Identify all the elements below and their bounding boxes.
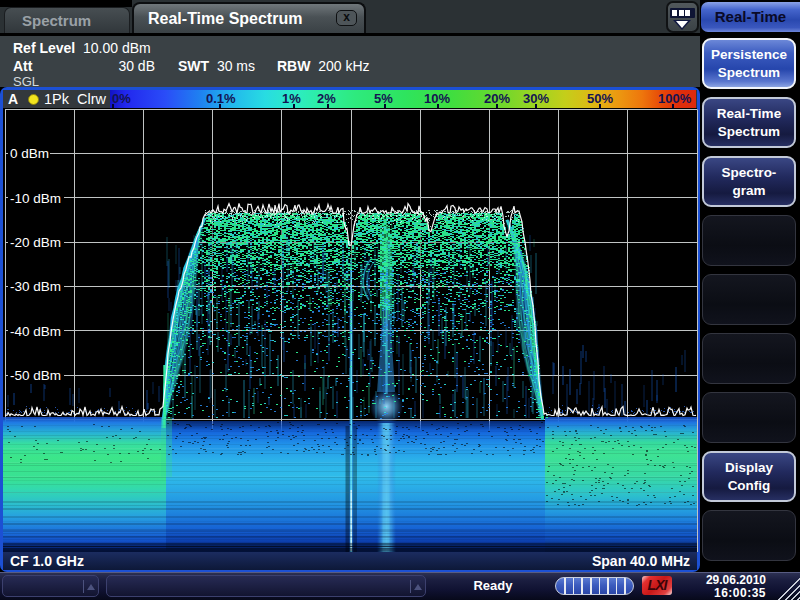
svg-text:-40 dBm: -40 dBm	[10, 324, 61, 339]
svg-text:-30 dBm: -30 dBm	[10, 279, 61, 294]
svg-text:-20 dBm: -20 dBm	[10, 235, 61, 250]
svg-text:-50 dBm: -50 dBm	[10, 368, 61, 383]
svg-text:-10 dBm: -10 dBm	[10, 191, 61, 206]
svg-text:0 dBm: 0 dBm	[10, 146, 49, 161]
